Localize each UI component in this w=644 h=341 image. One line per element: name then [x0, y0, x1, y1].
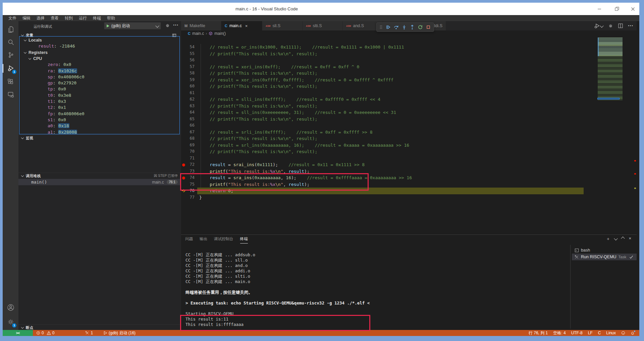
notifications-button[interactable]: [631, 331, 635, 335]
code-line-75[interactable]: 75 printf("This result is:%x\n", result)…: [181, 181, 637, 188]
tab-sll.S[interactable]: ASMsll.S: [262, 21, 303, 30]
new-terminal-button[interactable]: ＋: [606, 236, 610, 242]
minimap[interactable]: [598, 38, 623, 100]
code-line-58[interactable]: 58 // printf("This result is:%x\n", resu…: [181, 70, 637, 77]
code-line-61[interactable]: 61: [181, 90, 637, 96]
split-editor-button[interactable]: [618, 23, 623, 28]
eol-status[interactable]: LF: [588, 331, 593, 335]
restore-button[interactable]: [611, 3, 623, 15]
code-line-56[interactable]: 56: [181, 57, 637, 64]
code-area[interactable]: 54 // result = or_ins(0x1000, 0x1111); /…: [181, 37, 637, 234]
tree-row-t1[interactable]: t1: 0x3: [19, 98, 180, 105]
more-actions-button[interactable]: ···: [173, 22, 178, 28]
close-icon[interactable]: ×: [245, 23, 248, 28]
panel-tab-输出[interactable]: 输出: [200, 235, 207, 244]
debug-settings-button[interactable]: [165, 23, 170, 28]
menu-item-查看[interactable]: 查看: [48, 15, 62, 21]
breakpoint-dot[interactable]: [182, 163, 185, 166]
terminal-list-item-bash[interactable]: bash: [572, 247, 637, 254]
remote-indicator[interactable]: ><: [3, 330, 33, 336]
close-button[interactable]: [627, 3, 639, 15]
minimize-button[interactable]: [594, 3, 605, 15]
feedback-button[interactable]: [621, 331, 625, 335]
breakpoints-section-header[interactable]: 断点: [18, 324, 181, 330]
tree-row-fp[interactable]: fp: 0x408006e0: [19, 111, 180, 117]
panel-tab-调试控制台[interactable]: 调试控制台: [214, 235, 233, 244]
tree-row-Registers[interactable]: Registers: [19, 50, 180, 56]
code-line-73[interactable]: 73 printf("This result is:%x\n", result)…: [181, 168, 637, 175]
problems-status[interactable]: 0 0: [36, 330, 54, 336]
terminal-dropdown-button[interactable]: [614, 236, 617, 242]
code-line-69[interactable]: 69 // result = srl_ins(0xaaaaaaaa, 16); …: [181, 142, 637, 149]
code-line-62[interactable]: 62 // result = slli_ins(0xffff); //resul…: [181, 96, 637, 103]
step-into-button[interactable]: [401, 24, 407, 30]
menu-item-运行[interactable]: 运行: [76, 15, 90, 21]
settings-button[interactable]: 1: [3, 317, 18, 327]
tree-row-a0[interactable]: a0: 0x18: [19, 123, 180, 129]
language-status[interactable]: C: [598, 331, 601, 335]
tree-row-tp[interactable]: tp: 0x0: [19, 86, 180, 92]
panel-tab-终端[interactable]: 终端: [240, 235, 248, 244]
code-line-68[interactable]: 68 // printf("This result is:%x\n", resu…: [181, 135, 637, 142]
code-line-60[interactable]: 60 // printf("This result is:%x\n", resu…: [181, 83, 637, 90]
tree-row-Locals[interactable]: Locals: [19, 37, 180, 43]
code-line-72[interactable]: 72 result = srai_ins(0x1111); //result =…: [181, 161, 637, 168]
tree-row-a1[interactable]: a1: 0x28008: [19, 129, 180, 135]
terminal-output[interactable]: CC -[M] 正在构建 ... addsub.oCC -[M] 正在构建 ..…: [185, 252, 370, 327]
sidebar-item-run-debug[interactable]: 1: [3, 63, 18, 73]
indentation-status[interactable]: 空格: 4: [553, 330, 566, 336]
cursor-position-status[interactable]: 行 76, 列 1: [529, 330, 548, 336]
code-line-77[interactable]: 77}: [181, 194, 637, 201]
code-line-74[interactable]: 74 result = sra_ins(0xaaaaaaaa, 16); //r…: [181, 175, 637, 181]
sidebar-item-remote-explorer[interactable]: [3, 89, 18, 99]
code-line-59[interactable]: 59 // result = xor_ins(0xffff, 0xffff); …: [181, 77, 637, 83]
more-actions-button[interactable]: ···: [628, 23, 633, 29]
launch-config-dropdown[interactable]: (gdb) 启动: [104, 22, 161, 29]
running-tasks-status[interactable]: 1: [85, 330, 93, 336]
continue-button[interactable]: [385, 24, 391, 30]
close-panel-button[interactable]: ×: [629, 236, 631, 242]
tree-row-zero[interactable]: zero: 0x0: [19, 62, 180, 68]
menu-item-选择[interactable]: 选择: [34, 15, 48, 21]
step-out-button[interactable]: [410, 24, 415, 30]
code-line-64[interactable]: 64 // result = sll_ins(0xeeeeeeee, 31); …: [181, 109, 637, 116]
breadcrumb-symbol[interactable]: main(): [214, 31, 226, 36]
code-line-66[interactable]: 66: [181, 122, 637, 129]
sidebar-item-search[interactable]: [3, 37, 18, 47]
code-line-57[interactable]: 57 // result = xori_ins(0xff); //result …: [181, 64, 637, 70]
sidebar-item-extensions[interactable]: [3, 77, 18, 87]
sidebar-item-source-control[interactable]: [3, 50, 18, 60]
code-line-63[interactable]: 63 // printf("This result is:%x\n", resu…: [181, 103, 637, 110]
code-line-54[interactable]: 54 // result = or_ins(0x1000, 0x1111); /…: [181, 44, 637, 51]
code-line-55[interactable]: 55 // printf("This result is:%x\n", resu…: [181, 51, 637, 57]
run-or-debug-button[interactable]: [594, 23, 603, 28]
restart-button[interactable]: [418, 24, 423, 30]
tab-slti.S[interactable]: ASMslti.S: [303, 21, 343, 30]
tab-main.c[interactable]: Cmain.c×: [221, 21, 262, 30]
stop-button[interactable]: [426, 24, 431, 30]
account-button[interactable]: [3, 302, 18, 313]
panel-tab-问题[interactable]: 问题: [185, 235, 193, 244]
tree-row-gp[interactable]: gp: 0x27920: [19, 80, 180, 86]
call-stack-section-header[interactable]: 调用堆栈 因 STEP 已暂停: [18, 173, 181, 179]
tree-row-sp[interactable]: sp: 0x408006c0: [19, 74, 180, 80]
tab-Makefile[interactable]: MMakefile: [181, 21, 221, 30]
menu-item-文件[interactable]: 文件: [5, 15, 19, 21]
menu-item-编辑[interactable]: 编辑: [19, 15, 34, 21]
code-line-65[interactable]: 65 // printf("This result is:%x\n", resu…: [181, 116, 637, 123]
stack-frame-main[interactable]: main() main.c 76:1: [18, 179, 181, 185]
editor-settings-button[interactable]: [608, 23, 613, 28]
menu-item-帮助[interactable]: 帮助: [104, 15, 118, 21]
tree-row-t2[interactable]: t2: 0x1: [19, 105, 180, 111]
breakpoint-dot[interactable]: [182, 177, 185, 180]
tree-row-t0[interactable]: t0: 0x3e8: [19, 92, 180, 98]
debug-session-status[interactable]: (gdb) 启动 (16): [104, 330, 136, 336]
watch-section-header[interactable]: 监视: [18, 135, 181, 141]
tree-row-result[interactable]: result: -21846: [19, 43, 180, 49]
code-line-70[interactable]: 70 // printf("This result is:%x\n", resu…: [181, 148, 637, 155]
step-over-button[interactable]: [393, 24, 399, 30]
sidebar-item-explorer[interactable]: [3, 24, 18, 35]
maximize-panel-button[interactable]: [622, 236, 624, 242]
code-line-71[interactable]: 71: [181, 155, 637, 162]
breadcrumb-file[interactable]: main.c: [192, 31, 204, 36]
